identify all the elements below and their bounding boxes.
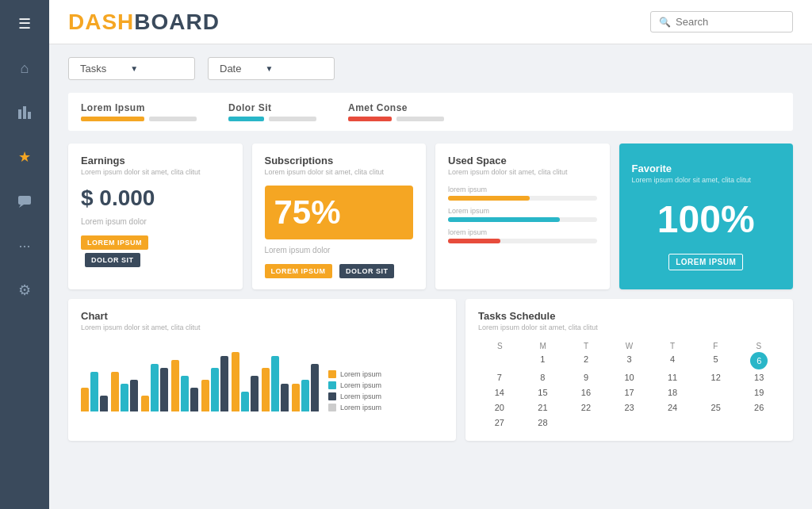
calendar-cell[interactable]: 3 (608, 352, 651, 369)
cards-row: Earnings Lorem ipsum dolor sit amet, cli… (68, 144, 793, 289)
legend-label: Lorem ipsum (340, 370, 381, 378)
calendar-cell[interactable]: 2 (565, 352, 607, 369)
calendar-cell[interactable]: 8 (522, 370, 565, 385)
calendar-day-header: T (565, 340, 607, 352)
calendar-cell[interactable]: 19 (737, 385, 780, 400)
used-bar-label-2: Lorem ipsum (448, 207, 597, 215)
bar-group (81, 372, 108, 411)
calendar-cell[interactable]: 20 (478, 400, 521, 415)
tasks-title: Tasks Schedule (478, 310, 780, 322)
calendar-cell[interactable]: 27 (478, 415, 521, 430)
earnings-card: Earnings Lorem ipsum dolor sit amet, cli… (68, 144, 243, 289)
calendar-cell[interactable]: 24 (651, 400, 694, 415)
stat-dolor-sit: Dolor Sit (228, 102, 316, 121)
tasks-arrow-icon: ▼ (130, 64, 138, 73)
legend-item: Lorem ipsum (328, 370, 381, 378)
chart-legend: Lorem ipsumLorem ipsumLorem ipsumLorem i… (328, 370, 381, 411)
calendar-day-header: T (651, 340, 694, 352)
search-box[interactable]: 🔍 (650, 11, 793, 33)
chart-icon[interactable] (10, 98, 39, 127)
earnings-small: Lorem ipsum dolor (81, 217, 230, 226)
calendar-cell[interactable]: 11 (651, 370, 694, 385)
calendar-cell[interactable]: 25 (695, 400, 737, 415)
stat-bar-empty-3 (396, 117, 444, 121)
chart-subtitle: Lorem ipsum dolor sit amet, clita clitut (81, 323, 443, 333)
calendar-body: -123456789101112131415161718-19202122232… (478, 352, 780, 430)
tasks-dropdown[interactable]: Tasks ▼ (68, 57, 195, 80)
dots-icon[interactable]: ··· (10, 232, 39, 260)
subscriptions-title: Subscriptions (265, 155, 414, 166)
calendar-cell[interactable]: 18 (651, 385, 694, 400)
calendar-cell[interactable]: 6 (737, 352, 780, 369)
calendar-cell[interactable]: 15 (522, 385, 565, 400)
calendar-cell: - (695, 415, 737, 430)
calendar-day-header: F (694, 340, 737, 352)
calendar-cell[interactable]: 5 (695, 352, 737, 369)
chart-card: Chart Lorem ipsum dolor sit amet, clita … (68, 299, 456, 442)
favorite-value: 100% (657, 197, 755, 241)
subscriptions-btn2[interactable]: DOLOR SIT (339, 264, 395, 278)
calendar-cell[interactable]: 23 (608, 400, 651, 415)
stat-label-3: Amet Conse (348, 102, 444, 113)
legend-color (328, 381, 336, 389)
chart-bar (121, 384, 128, 411)
chart-bar (232, 352, 239, 411)
calendar-cell[interactable]: 9 (565, 370, 607, 385)
chart-bar (81, 388, 89, 411)
legend-label: Lorem ipsum (340, 381, 381, 389)
home-icon[interactable]: ⌂ (10, 54, 39, 82)
used-bar-1: lorem ipsum (448, 186, 597, 201)
date-label: Date (220, 63, 241, 75)
title-dash: DASH (68, 10, 134, 34)
chart-bar (301, 380, 309, 411)
chart-bar (181, 376, 189, 411)
svg-rect-3 (18, 196, 31, 205)
stat-bar-empty-1 (149, 117, 197, 121)
earnings-btn2[interactable]: DOLOR SIT (85, 253, 140, 267)
subscriptions-btn1[interactable]: LOREM IPSUM (265, 264, 332, 278)
calendar-day-header: W (607, 340, 650, 352)
search-input[interactable] (676, 16, 787, 28)
used-space-title: Used Space (448, 155, 597, 166)
calendar-cell[interactable]: 16 (565, 385, 607, 400)
date-dropdown[interactable]: Date ▼ (208, 57, 335, 80)
calendar-cell[interactable]: 12 (695, 370, 737, 385)
subscriptions-small: Lorem ipsum dolor (265, 246, 414, 254)
favorite-btn[interactable]: LOREM IPSUM (668, 254, 743, 270)
subscriptions-subtitle: Lorem ipsum dolor sit amet, clita clitut (265, 168, 414, 178)
earnings-btn1[interactable]: LOREM IPSUM (81, 235, 148, 250)
stat-bar-row-2 (228, 117, 316, 121)
calendar-cell[interactable]: 7 (478, 370, 521, 385)
calendar-cell[interactable]: 17 (608, 385, 651, 400)
chart-bar (292, 384, 300, 411)
bar-group (111, 372, 138, 411)
used-bar-track-2 (448, 217, 597, 222)
tasks-schedule-card: Tasks Schedule Lorem ipsum dolor sit ame… (465, 299, 793, 442)
calendar-cell[interactable]: 22 (565, 400, 607, 415)
used-bar-fill-2 (448, 217, 560, 222)
legend-item: Lorem ipsum (328, 381, 381, 389)
star-icon[interactable]: ★ (10, 143, 39, 171)
calendar-cell[interactable]: 10 (608, 370, 651, 385)
settings-icon[interactable]: ⚙ (10, 276, 39, 304)
chart-bar (190, 388, 198, 411)
chart-bar (251, 376, 259, 411)
stat-bar-row-3 (348, 117, 444, 121)
chart-bar (111, 372, 119, 411)
calendar-cell[interactable]: 13 (737, 370, 780, 385)
favorite-card: Favorite Lorem ipsum dolor sit amet, cli… (619, 144, 794, 289)
sidebar: ☰ ⌂ ★ ··· ⚙ (0, 0, 49, 509)
calendar-cell[interactable]: 4 (651, 352, 694, 369)
calendar-cell[interactable]: 26 (737, 400, 780, 415)
earnings-subtitle: Lorem ipsum dolor sit amet, clita clitut (81, 168, 230, 178)
calendar-cell[interactable]: 21 (522, 400, 565, 415)
legend-label: Lorem ipsum (340, 404, 381, 411)
tasks-label: Tasks (80, 63, 106, 75)
chart-bar (262, 368, 270, 411)
menu-icon[interactable]: ☰ (10, 10, 39, 38)
calendar-cell[interactable]: 14 (478, 385, 521, 400)
comment-icon[interactable] (10, 187, 39, 216)
chart-bar (90, 372, 98, 411)
calendar-cell[interactable]: 1 (522, 352, 565, 369)
calendar-cell[interactable]: 28 (522, 415, 565, 430)
